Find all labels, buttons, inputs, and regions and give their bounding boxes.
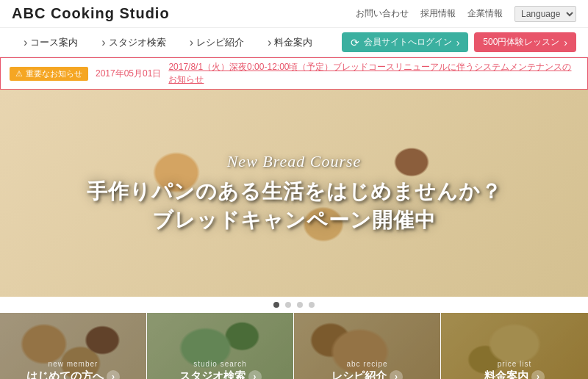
dot-4[interactable] <box>309 302 315 308</box>
card-4-arrow-icon: › <box>531 370 545 380</box>
dot-2[interactable] <box>285 302 291 308</box>
nav-label-recipe: レシピ紹介 <box>196 36 244 49</box>
nav-label-course: コース案内 <box>30 36 78 49</box>
card-3-overlay: abc recipe レシピ紹介 › <box>294 313 440 379</box>
logo: ABC Cooking Studio <box>12 5 170 22</box>
card-new-member[interactable]: new member はじめての方へ › <box>0 313 147 379</box>
trial-button[interactable]: 500円体験レッスン › <box>474 32 576 52</box>
hero-title-line2: ブレッドキャンペーン開催中 <box>152 209 436 231</box>
hero-overlay: New Bread Course 手作りパンのある生活をはじめませんか？ ブレッ… <box>0 90 588 297</box>
trial-label: 500円体験レッスン <box>483 36 559 48</box>
hero-banner: New Bread Course 手作りパンのある生活をはじめませんか？ ブレッ… <box>0 90 588 297</box>
hero-title-line1: 手作りパンのある生活をはじめませんか？ <box>87 180 502 203</box>
trial-arrow-icon: › <box>564 37 567 48</box>
recruitment-link[interactable]: 採用情報 <box>420 7 456 20</box>
navigation: コース案内 スタジオ検索 レシピ紹介 料金案内 ⟳ 会員サイトへログイン › 5… <box>0 28 588 57</box>
member-login-button[interactable]: ⟳ 会員サイトへログイン › <box>342 32 469 52</box>
card-1-arrow-icon: › <box>107 370 120 380</box>
member-arrow-icon: › <box>456 37 460 48</box>
card-studio-search[interactable]: studio search スタジオ検索 › <box>147 313 294 379</box>
logo-text: ABC Cooking Studio <box>12 5 170 21</box>
hero-title: 手作りパンのある生活をはじめませんか？ ブレッドキャンペーン開催中 <box>87 177 502 234</box>
card-price[interactable]: price list 料金案内 › <box>441 313 588 379</box>
nav-item-course[interactable]: コース案内 <box>12 36 90 49</box>
card-4-overlay: price list 料金案内 › <box>441 313 588 379</box>
card-2-overlay: studio search スタジオ検索 › <box>147 313 293 379</box>
nav-left: コース案内 スタジオ検索 レシピ紹介 料金案内 <box>12 36 342 49</box>
card-2-label-jp: スタジオ検索 › <box>179 369 262 379</box>
card-3-label-en: abc recipe <box>346 360 387 368</box>
card-3-arrow-icon: › <box>390 370 403 380</box>
contact-link[interactable]: お問い合わせ <box>356 7 409 20</box>
company-link[interactable]: 企業情報 <box>467 7 503 20</box>
language-select[interactable]: Language <box>514 6 576 22</box>
bottom-cards: new member はじめての方へ › studio search スタジオ検… <box>0 313 588 379</box>
notice-link[interactable]: 2017/8/1（火）深夜0:00-12:00頃（予定）ブレッドコースリニューア… <box>168 61 578 86</box>
notice-label-text: 重要なお知らせ <box>26 68 82 79</box>
nav-item-studio[interactable]: スタジオ検索 <box>90 36 177 49</box>
card-2-arrow-icon: › <box>248 370 262 380</box>
nav-item-recipe[interactable]: レシピ紹介 <box>178 36 256 49</box>
card-1-overlay: new member はじめての方へ › <box>0 313 146 379</box>
member-label: 会員サイトへログイン <box>364 36 452 48</box>
hero-subtitle: New Bread Course <box>227 152 362 171</box>
notice-label: ⚠ 重要なお知らせ <box>10 67 88 81</box>
header-right: お問い合わせ 採用情報 企業情報 Language <box>356 6 576 22</box>
notice-bar: ⚠ 重要なお知らせ 2017年05月01日 2017/8/1（火）深夜0:00-… <box>0 57 588 90</box>
warning-icon: ⚠ <box>15 69 23 79</box>
hero-dots <box>0 297 588 313</box>
card-3-label-jp: レシピ紹介 › <box>331 369 403 379</box>
nav-label-studio: スタジオ検索 <box>109 36 166 49</box>
card-1-label-jp: はじめての方へ › <box>26 369 120 379</box>
header: ABC Cooking Studio お問い合わせ 採用情報 企業情報 Lang… <box>0 0 588 28</box>
notice-date: 2017年05月01日 <box>96 68 161 80</box>
dot-1[interactable] <box>273 302 279 308</box>
card-4-label-jp: 料金案内 › <box>484 369 545 379</box>
member-icon: ⟳ <box>351 37 359 48</box>
nav-right: ⟳ 会員サイトへログイン › 500円体験レッスン › <box>342 32 576 52</box>
dot-3[interactable] <box>297 302 303 308</box>
card-recipe[interactable]: abc recipe レシピ紹介 › <box>294 313 441 379</box>
card-2-label-en: studio search <box>193 360 246 368</box>
card-4-label-en: price list <box>498 360 532 368</box>
nav-label-price: 料金案内 <box>274 36 312 49</box>
card-1-label-en: new member <box>49 360 98 368</box>
nav-item-price[interactable]: 料金案内 <box>256 36 324 49</box>
